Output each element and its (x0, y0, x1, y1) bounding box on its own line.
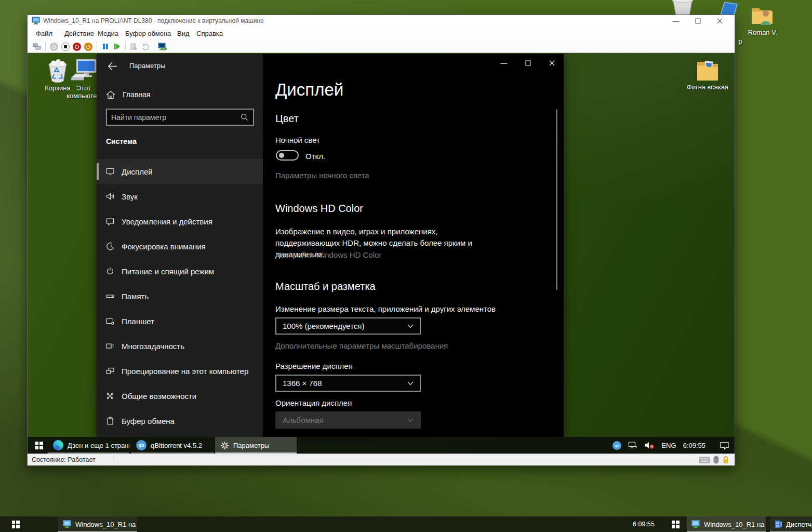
host-start-button-2[interactable] (664, 516, 687, 532)
enhanced-session-button[interactable] (157, 42, 168, 52)
save-vm-button[interactable] (83, 42, 94, 52)
vm-start-button[interactable] (28, 437, 50, 454)
sidebar-item-focus-assist[interactable]: Фокусировка внимания (97, 234, 263, 259)
back-button[interactable] (102, 58, 123, 74)
settings-main-pane: — Дисплей Цвет Ночной свет Откл. Парамет… (263, 54, 564, 437)
network-icon[interactable] (628, 441, 637, 449)
settings-window: Параметры Главная Система Дисплей (97, 54, 564, 437)
sidebar-item-label: Многозадачность (122, 342, 184, 351)
night-light-label: Ночной свет (275, 136, 320, 144)
hyperv-window-icon (32, 17, 40, 25)
settings-sidebar: Параметры Главная Система Дисплей (97, 54, 263, 437)
menu-file[interactable]: Файл (36, 30, 52, 37)
host-taskbar-task-manager-button[interactable]: Диспетчер (770, 516, 812, 532)
sidebar-item-tablet[interactable]: Планшет (97, 309, 263, 334)
revert-icon (142, 43, 149, 50)
settings-search[interactable] (106, 109, 254, 126)
maximize-button[interactable] (687, 15, 709, 26)
turn-off-vm-button[interactable] (60, 42, 71, 52)
menu-media[interactable]: Медиа (98, 30, 118, 37)
menu-help[interactable]: Справка (196, 30, 223, 37)
shared-experiences-icon (105, 391, 115, 401)
scrollbar-thumb[interactable] (556, 110, 557, 290)
qbittorrent-tray-icon[interactable]: qb (613, 441, 621, 450)
close-button[interactable] (709, 15, 730, 26)
taskbar-button-label: Параметры (233, 442, 269, 449)
sidebar-item-shared-experiences[interactable]: Общие возможности (97, 383, 263, 408)
settings-close-button[interactable] (540, 54, 564, 72)
vm-taskbar-settings-button[interactable]: Параметры (215, 437, 297, 454)
orientation-dropdown: Альбомная (275, 411, 421, 429)
close-icon (549, 60, 555, 66)
vm-taskbar-qbittorrent-button[interactable]: qb qBittorrent v4.5.2 (131, 437, 214, 454)
host-partial-icon[interactable] (718, 1, 739, 16)
menu-clipboard[interactable]: Буфер обмена (125, 30, 171, 37)
close-icon (717, 18, 723, 24)
shut-down-vm-button[interactable] (71, 42, 83, 52)
night-light-toggle[interactable] (276, 150, 299, 161)
orientation-value: Альбомная (283, 416, 324, 424)
power-icon (51, 44, 57, 49)
minimize-button[interactable]: — (665, 15, 687, 26)
sidebar-item-notifications[interactable]: Уведомления и действия (97, 209, 263, 234)
resolution-dropdown[interactable]: 1366 × 768 (275, 375, 421, 392)
vm-taskbar-edge-button[interactable]: Дзен и еще 1 страни... (48, 437, 129, 454)
hdr-settings-link[interactable]: Настройки Windows HD Color (275, 250, 381, 259)
vm-clock[interactable]: 6:09:55 (683, 442, 705, 449)
lock-icon (722, 456, 729, 464)
sidebar-item-label: Дисплей (122, 167, 153, 176)
sidebar-item-label: Общие возможности (122, 392, 196, 401)
home-icon (106, 90, 115, 99)
vmconnect-toolbar (28, 41, 735, 53)
host-clock[interactable]: 6:09:55 (633, 521, 655, 528)
host-start-button[interactable] (4, 516, 27, 532)
scale-label: Изменение размера текста, приложений и д… (275, 304, 496, 313)
sidebar-item-storage[interactable]: Память (97, 284, 263, 309)
scale-dropdown[interactable]: 100% (рекомендуется) (275, 317, 421, 335)
ctrl-alt-del-button[interactable] (31, 42, 43, 52)
chevron-down-icon (407, 418, 414, 422)
menu-view[interactable]: Вид (177, 30, 190, 37)
sidebar-item-home[interactable]: Главная (97, 85, 263, 104)
sidebar-item-label: Проецирование на этот компьютер (122, 367, 248, 376)
host-taskbar: Windows_10_R1 на P... 6:09:55 Windows_10… (0, 516, 812, 532)
host-desktop: Roman V. p Windows_10_R1 на PROLIANT-DL3… (0, 0, 812, 532)
settings-app-title: Параметры (129, 62, 165, 70)
enhanced-session-icon (158, 43, 167, 51)
host-roman-folder[interactable]: Roman V. (746, 4, 779, 36)
host-icon-label: Roman V. (746, 29, 779, 36)
vm-screen: Корзина Этот компьютер (28, 53, 735, 454)
window-title: Windows_10_R1 на PROLIANT-DL380 - подклю… (43, 17, 264, 24)
power-icon (74, 44, 79, 49)
host-taskbar-vmconnect-button[interactable]: Windows_10_R1 на P... (58, 516, 137, 532)
language-indicator[interactable]: ENG (661, 442, 676, 449)
night-light-settings-link[interactable]: Параметры ночного света (275, 171, 369, 180)
advanced-scaling-link[interactable]: Дополнительные параметры масштабирования (275, 341, 448, 350)
resume-vm-button[interactable] (111, 42, 123, 52)
sidebar-item-clipboard[interactable]: Буфер обмена (97, 408, 263, 433)
volume-muted-icon[interactable] (644, 441, 655, 449)
sidebar-item-display[interactable]: Дисплей (97, 159, 263, 184)
pause-vm-button[interactable] (100, 42, 111, 52)
hyperv-icon (63, 520, 72, 528)
keyboard-capture-icon (699, 457, 710, 463)
taskbar-button-label: Дзен и еще 1 страни... (68, 442, 129, 449)
checkpoint-button[interactable] (128, 42, 140, 52)
start-vm-button[interactable] (48, 42, 60, 52)
sidebar-item-power-sleep[interactable]: Питание и спящий режим (97, 259, 263, 284)
sidebar-item-multitasking[interactable]: Многозадачность (97, 334, 263, 358)
search-input[interactable] (107, 113, 241, 122)
menu-action[interactable]: Действие (64, 30, 94, 37)
sidebar-item-projecting[interactable]: Проецирование на этот компьютер (97, 358, 263, 383)
sidebar-item-sound[interactable]: Звук (97, 184, 263, 209)
ctrl-alt-del-icon (33, 43, 42, 50)
revert-button[interactable] (140, 42, 151, 52)
settings-maximize-button[interactable] (516, 54, 540, 72)
mouse-capture-icon (713, 456, 719, 464)
host-taskbar-vmconnect-button-2[interactable]: Windows_10_R1 на P... (687, 516, 766, 532)
power-sleep-icon (105, 267, 115, 276)
vmconnect-titlebar[interactable]: Windows_10_R1 на PROLIANT-DL380 - подклю… (28, 15, 735, 26)
settings-minimize-button[interactable]: — (492, 54, 516, 72)
action-center-icon[interactable] (720, 441, 729, 450)
vm-stuff-folder[interactable]: Фигня всякая (685, 58, 730, 91)
